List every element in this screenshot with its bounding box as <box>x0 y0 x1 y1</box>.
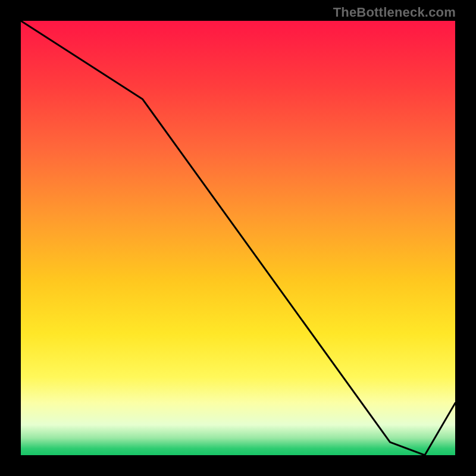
branding-watermark: TheBottleneck.com <box>333 5 456 20</box>
chart-frame: TheBottleneck.com <box>0 0 476 476</box>
gradient-background <box>21 21 455 455</box>
plot-area <box>21 21 455 455</box>
